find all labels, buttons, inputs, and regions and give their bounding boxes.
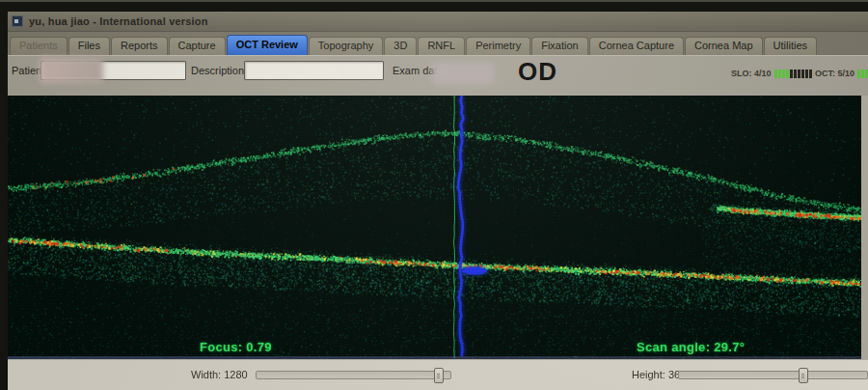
slo-quality-label: SLO: 4/10 (731, 69, 772, 78)
quality-bar (801, 70, 804, 78)
quality-bar (805, 70, 808, 78)
oct-quality-bars (857, 70, 868, 78)
tab-files[interactable]: Files (68, 37, 110, 55)
tab-3d[interactable]: 3D (384, 37, 417, 55)
quality-bar (774, 70, 777, 78)
patient-info-bar: Patient Description Exam date OD SLO: 4/… (8, 56, 868, 96)
title-bar: yu, hua jiao - International version (8, 12, 868, 32)
slo-quality-bars (774, 70, 812, 78)
eye-side-indicator: OD (518, 57, 557, 87)
slo-quality-indicator: SLO: 4/10 (731, 69, 812, 78)
quality-bar (857, 70, 860, 78)
exam-date-redaction-blur (432, 63, 494, 84)
patient-redaction-blur (40, 58, 103, 83)
main-tab-bar: PatientsFilesReportsCaptureOCT ReviewTop… (8, 32, 868, 56)
height-slider-track[interactable] (678, 371, 868, 379)
size-controls-bar: Width: 1280 Height: 367 (8, 359, 868, 390)
focus-readout: Focus: 0.79 (200, 340, 272, 354)
width-slider-thumb[interactable] (434, 368, 444, 383)
oct-quality-label: OCT: 5/10 (815, 69, 854, 78)
scan-right-margin (861, 96, 868, 359)
quality-bar (861, 70, 864, 78)
tab-perimetry[interactable]: Perimetry (466, 37, 530, 55)
tab-fixation[interactable]: Fixation (531, 37, 588, 55)
tab-reports[interactable]: Reports (111, 37, 168, 55)
scan-angle-readout: Scan angle: 29.7° (637, 340, 745, 354)
description-label: Description (191, 61, 244, 80)
quality-bar (782, 70, 785, 78)
window-title: yu, hua jiao - International version (29, 15, 208, 27)
quality-bar (778, 70, 781, 78)
tab-capture[interactable]: Capture (169, 37, 226, 55)
width-slider-track[interactable] (256, 371, 451, 379)
quality-bar (786, 70, 789, 78)
quality-bar (809, 70, 812, 78)
monitor-photo: yu, hua jiao - International version Pat… (0, 0, 868, 390)
quality-bar (794, 70, 797, 78)
description-input[interactable] (244, 61, 384, 80)
app-icon (12, 15, 23, 27)
tab-oct-review[interactable]: OCT Review (227, 35, 308, 55)
tab-cornea-capture[interactable]: Cornea Capture (589, 37, 684, 55)
height-slider-thumb[interactable] (799, 368, 808, 383)
tab-rnfl[interactable]: RNFL (418, 37, 465, 55)
app-window: yu, hua jiao - International version Pat… (8, 12, 868, 390)
quality-bar (790, 70, 793, 78)
oct-quality-indicator: OCT: 5/10 (815, 69, 868, 78)
quality-bar (798, 70, 800, 78)
tab-utilities[interactable]: Utilities (764, 37, 817, 55)
oct-bscan-view: Focus: 0.79 Scan angle: 29.7° (8, 96, 861, 359)
oct-bscan-image[interactable] (8, 96, 861, 359)
tab-topography[interactable]: Topography (309, 37, 384, 55)
tab-cornea-map[interactable]: Cornea Map (685, 37, 763, 55)
width-label: Width: 1280 (191, 369, 248, 380)
tab-patients[interactable]: Patients (10, 37, 68, 55)
